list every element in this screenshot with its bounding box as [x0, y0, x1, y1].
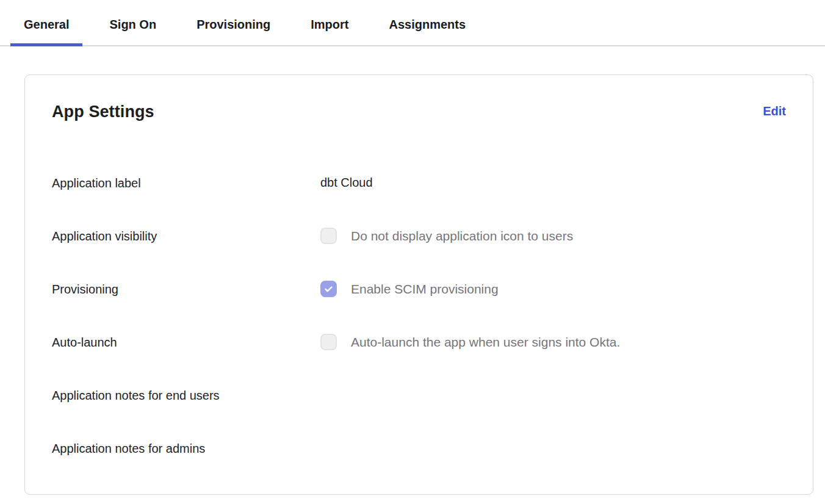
tab-label: Import [311, 18, 348, 32]
tab[interactable]: Provisioning [183, 0, 284, 45]
row-value: Auto-launch the app when user signs into… [320, 334, 620, 350]
app-settings-card: App Settings Edit Application label dbt … [24, 74, 813, 495]
tab-label: General [24, 18, 69, 32]
checkbox[interactable] [320, 228, 337, 244]
tab-label: Sign On [109, 18, 156, 32]
tab[interactable]: Assignments [376, 0, 480, 45]
row-value-text: dbt Cloud [320, 175, 373, 191]
card-title: App Settings [52, 102, 154, 121]
checkbox-caption[interactable]: Enable SCIM provisioning [351, 281, 499, 297]
row-value: dbt Cloud [320, 175, 373, 191]
settings-row: Application notes for admins [52, 441, 786, 469]
settings-row: Application notes for end users [52, 387, 786, 416]
row-label: Application visibility [52, 228, 320, 245]
settings-row: Application label dbt Cloud [52, 175, 786, 204]
settings-row: Application visibility Do not display ap… [52, 228, 786, 257]
checkbox[interactable] [320, 281, 337, 297]
row-value: Do not display application icon to users [320, 228, 573, 244]
row-label: Application label [52, 175, 320, 192]
checkbox-caption[interactable]: Auto-launch the app when user signs into… [351, 334, 620, 350]
tab[interactable]: Sign On [96, 0, 170, 45]
row-label: Auto-launch [52, 334, 320, 351]
row-value: Enable SCIM provisioning [320, 281, 499, 297]
tab[interactable]: General [10, 0, 82, 45]
check-icon [323, 284, 334, 294]
tab-label: Assignments [389, 18, 466, 32]
app-tab-bar: General Sign On Provisioning Import Assi… [0, 0, 825, 46]
edit-link[interactable]: Edit [763, 102, 786, 120]
settings-row: Provisioning Enable SCIM provisioning [52, 281, 786, 310]
checkbox[interactable] [320, 334, 337, 350]
card-header: App Settings Edit [52, 102, 786, 121]
settings-row: Auto-launch Auto-launch the app when use… [52, 334, 786, 363]
tab-label: Provisioning [196, 18, 270, 32]
settings-rows: Application label dbt Cloud Application … [52, 175, 786, 469]
row-label: Application notes for end users [52, 387, 320, 404]
checkbox-caption[interactable]: Do not display application icon to users [351, 228, 573, 244]
tab[interactable]: Import [297, 0, 362, 45]
row-label: Provisioning [52, 281, 320, 298]
row-label: Application notes for admins [52, 441, 320, 457]
